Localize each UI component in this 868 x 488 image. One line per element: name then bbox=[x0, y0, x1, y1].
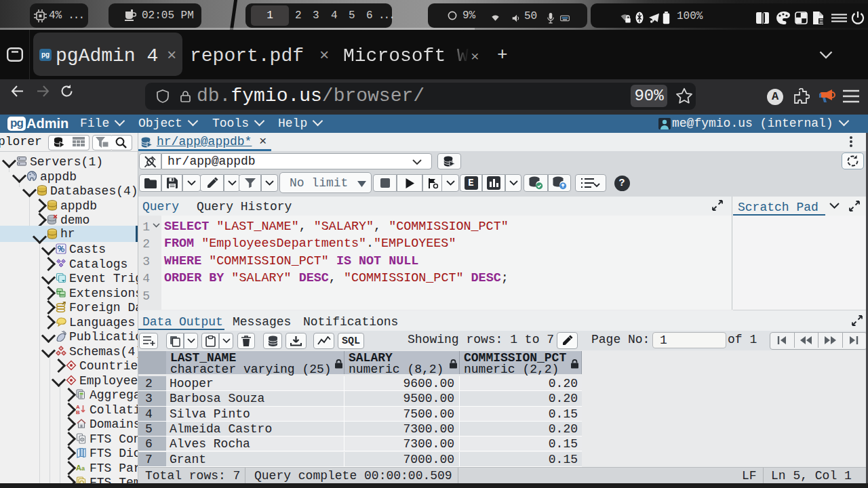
svg-text:A: A bbox=[76, 464, 81, 472]
svg-text:a: a bbox=[81, 465, 85, 472]
svg-text:B: B bbox=[76, 409, 80, 415]
